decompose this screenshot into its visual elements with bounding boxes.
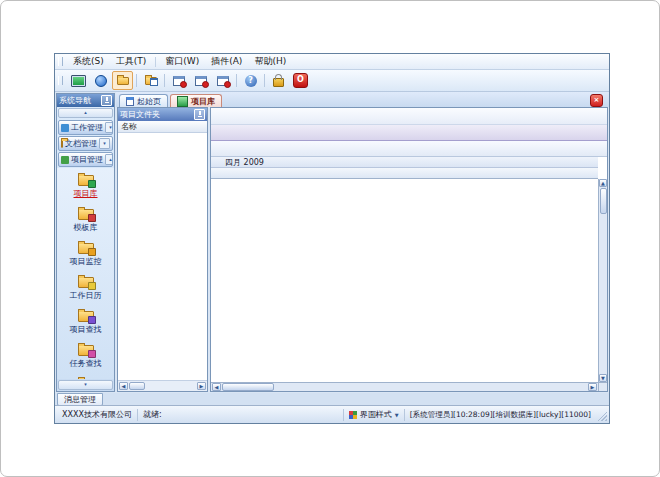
sidebar-item-icon — [78, 175, 94, 186]
sidebar-item-icon — [78, 311, 94, 322]
screenshot-frame: 系统(S)工具(T)窗口(W)插件(A)帮助(H) ?O 系统导航 ▴ 工作管理… — [0, 0, 660, 477]
toolbar-separator — [264, 74, 265, 87]
sidebar-item-4[interactable]: 工作日历 — [70, 277, 102, 301]
scroll-left-icon[interactable]: ◀ — [119, 382, 128, 390]
sidebar-item-label: 项目查找 — [70, 324, 102, 335]
sidebar-title: 系统导航 — [59, 95, 91, 106]
menu-bar: 系统(S)工具(T)窗口(W)插件(A)帮助(H) — [55, 54, 609, 70]
toolbar-separator — [136, 74, 137, 87]
sidebar-category-3[interactable]: 项目管理▴ — [58, 152, 113, 167]
menu-separator — [155, 57, 156, 67]
interface-style-button[interactable]: 界面样式 ▼ — [344, 409, 405, 421]
scroll-left-icon[interactable]: ◀ — [212, 383, 221, 391]
network-globe-button[interactable] — [90, 71, 111, 90]
lock-button[interactable] — [268, 71, 289, 90]
gantt-tab-strip — [211, 125, 607, 141]
sidebar-item-label: 工作日历 — [70, 290, 102, 301]
gantt-month-header: 四月 2009 — [211, 157, 598, 168]
proj-icon — [177, 96, 188, 107]
icon-accent — [88, 316, 96, 324]
tree-hscrollbar[interactable]: ◀ ▶ — [118, 380, 207, 391]
menu-item-3[interactable]: 窗口(W) — [159, 54, 205, 69]
sidebar-category-2[interactable]: 文档管理▾ — [58, 136, 113, 151]
help-button[interactable]: ? — [240, 71, 261, 90]
menu-item-4[interactable]: 插件(A) — [205, 54, 248, 69]
menu-item-5[interactable]: 帮助(H) — [248, 54, 292, 69]
scroll-right-icon[interactable]: ▶ — [197, 382, 206, 390]
close-tab-button[interactable]: × — [590, 94, 603, 107]
task-window-button[interactable] — [190, 71, 211, 90]
gantt-vscrollbar[interactable]: ▲ ▼ — [598, 179, 607, 382]
category-icon — [61, 124, 69, 132]
toolbar-separator — [236, 74, 237, 87]
toolbar-separator — [164, 74, 165, 87]
sidebar-item-3[interactable]: 项目监控 — [70, 243, 102, 267]
project-tree-panel: 项目文件夹 名称 ◀ ▶ — [117, 107, 208, 392]
sidebar-item-2[interactable]: 模板库 — [74, 209, 98, 233]
project-window-icon — [145, 77, 157, 85]
network-globe-icon — [95, 75, 107, 87]
scroll-right-icon[interactable]: ▶ — [588, 383, 597, 391]
gantt-hscroll-thumb[interactable] — [222, 383, 274, 391]
interface-style-label: 界面样式 — [360, 409, 392, 420]
sidebar-item-label: 项目库 — [74, 188, 98, 199]
sidebar-item-icon — [78, 277, 94, 288]
navigation-sidebar: 系统导航 ▴ 工作管理▾文档管理▾项目管理▴ 项目库模板库项目监控工作日历项目查… — [56, 93, 115, 392]
sidebar-item-label: 项目监控 — [70, 256, 102, 267]
gantt-vscroll-thumb[interactable] — [600, 188, 607, 214]
status-bar: XXXX技术有限公司 就绪: 界面样式 ▼ [系统管理员][10:28:09][… — [55, 405, 609, 423]
main-toolbar: ?O — [55, 70, 609, 92]
system-monitor-button[interactable] — [68, 71, 89, 90]
chevron-icon[interactable]: ▴ — [105, 154, 113, 165]
month-label: 四月 2009 — [225, 158, 264, 167]
menubar-drag-handle[interactable] — [58, 57, 63, 66]
tree-body — [118, 133, 207, 380]
content-area: 起始页项目库× 项目文件夹 名称 ◀ ▶ — [116, 92, 609, 393]
sidebar-scroll-down[interactable]: ▾ — [58, 380, 113, 390]
category-label: 工作管理 — [71, 122, 103, 133]
chevron-icon[interactable]: ▾ — [105, 122, 113, 133]
menu-item-2[interactable]: 工具(T) — [110, 54, 153, 69]
scroll-up-icon[interactable]: ▲ — [599, 179, 607, 187]
app-window: 系统(S)工具(T)窗口(W)插件(A)帮助(H) ?O 系统导航 ▴ 工作管理… — [54, 53, 610, 424]
sidebar-header: 系统导航 — [57, 94, 114, 107]
sidebar-item-6[interactable]: 任务查找 — [70, 345, 102, 369]
lock-icon — [273, 78, 284, 87]
task-window-icon — [195, 76, 207, 86]
chevron-down-icon: ▼ — [395, 412, 399, 418]
sidebar-scroll-up[interactable]: ▴ — [58, 108, 113, 118]
pushpin-icon[interactable] — [194, 109, 205, 120]
view-tab-1[interactable]: 起始页 — [119, 94, 168, 107]
alert-window-button[interactable] — [212, 71, 233, 90]
icon-accent — [88, 282, 96, 290]
sidebar-item-1[interactable]: 项目库 — [74, 175, 98, 199]
pushpin-icon[interactable] — [101, 95, 112, 106]
page-icon — [126, 97, 134, 106]
toolbar-drag-handle[interactable] — [58, 76, 63, 85]
ready-status: 就绪: — [138, 409, 344, 421]
menu-item-1[interactable]: 系统(S) — [67, 54, 110, 69]
gantt-day-header — [211, 168, 598, 179]
tree-panel-title: 项目文件夹 — [120, 109, 160, 120]
gantt-toolbar — [211, 141, 607, 157]
view-tab-2[interactable]: 项目库 — [170, 94, 222, 107]
open-project-button[interactable] — [112, 71, 133, 90]
sidebar-item-label: 任务查找 — [70, 358, 102, 369]
resize-grip[interactable] — [597, 409, 607, 421]
sidebar-item-5[interactable]: 项目查找 — [70, 311, 102, 335]
exit-button[interactable]: O — [290, 71, 311, 90]
sidebar-item-icon — [78, 243, 94, 254]
gantt-chart: 四月 2009 ▲ ▼ ◀ — [211, 157, 607, 391]
work-area: 项目文件夹 名称 ◀ ▶ — [116, 107, 609, 393]
message-window-button[interactable] — [168, 71, 189, 90]
sidebar-category-1[interactable]: 工作管理▾ — [58, 120, 113, 135]
project-window-button[interactable] — [140, 71, 161, 90]
gantt-grid — [211, 179, 598, 382]
category-label: 文档管理 — [65, 138, 97, 149]
view-tab-label: 项目库 — [191, 96, 215, 107]
chevron-icon[interactable]: ▾ — [99, 138, 110, 149]
sidebar-item-list: 项目库模板库项目监控工作日历项目查找任务查找项目文档查找 — [57, 168, 114, 379]
gantt-hscrollbar[interactable]: ◀ ▶ — [211, 382, 598, 391]
scroll-down-icon[interactable]: ▼ — [599, 374, 607, 382]
tree-hscroll-thumb[interactable] — [129, 382, 145, 390]
